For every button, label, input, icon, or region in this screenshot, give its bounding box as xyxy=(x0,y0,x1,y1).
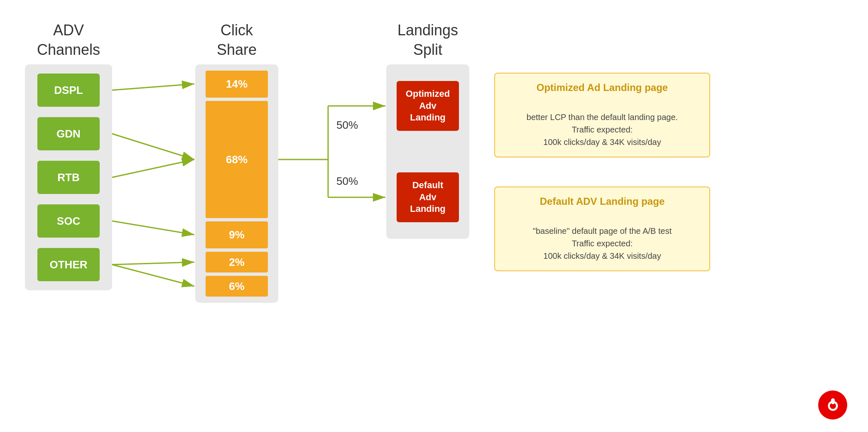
vodafone-logo xyxy=(818,390,847,420)
channel-soc: SOC xyxy=(37,204,100,238)
info-card-default: Default ADV Landing page "baseline" defa… xyxy=(494,187,710,271)
click-bar-9: 9% xyxy=(206,221,268,248)
landing-default: Default Adv Landing xyxy=(397,172,459,222)
info-card-optimized-body: better LCP than the default landing page… xyxy=(505,98,699,148)
landings-split-panel: Optimized Adv Landing Default Adv Landin… xyxy=(386,64,469,239)
click-bar-6: 6% xyxy=(206,276,268,297)
landing-optimized: Optimized Adv Landing xyxy=(397,81,459,131)
channel-dspl: DSPL xyxy=(37,74,100,107)
info-card-default-body: "baseline" default page of the A/B test … xyxy=(505,212,699,262)
info-card-default-title: Default ADV Landing page xyxy=(505,196,699,207)
channel-gdn: GDN xyxy=(37,117,100,150)
landings-split-header: Landings Split xyxy=(386,17,469,60)
adv-channels-header: ADV Channels xyxy=(25,17,112,60)
info-card-optimized: Optimized Ad Landing page better LCP tha… xyxy=(494,73,710,157)
svg-rect-15 xyxy=(831,398,835,404)
vodafone-icon xyxy=(824,396,842,415)
channel-other: OTHER xyxy=(37,248,100,281)
click-bar-68: 68% xyxy=(206,101,268,218)
info-card-optimized-title: Optimized Ad Landing page xyxy=(505,82,699,93)
click-share-header: Click Share xyxy=(195,17,278,60)
channel-rtb: RTB xyxy=(37,161,100,194)
adv-channels-panel: DSPL GDN RTB SOC OTHER xyxy=(25,64,112,290)
click-share-panel: 14% 68% 9% 2% 6% xyxy=(195,64,278,303)
diagram-container: ADV Channels Click Share Landings Split … xyxy=(0,0,868,432)
info-cards-area: Optimized Ad Landing page better LCP tha… xyxy=(469,64,843,271)
click-bar-2: 2% xyxy=(206,252,268,272)
click-bar-14: 14% xyxy=(206,71,268,98)
